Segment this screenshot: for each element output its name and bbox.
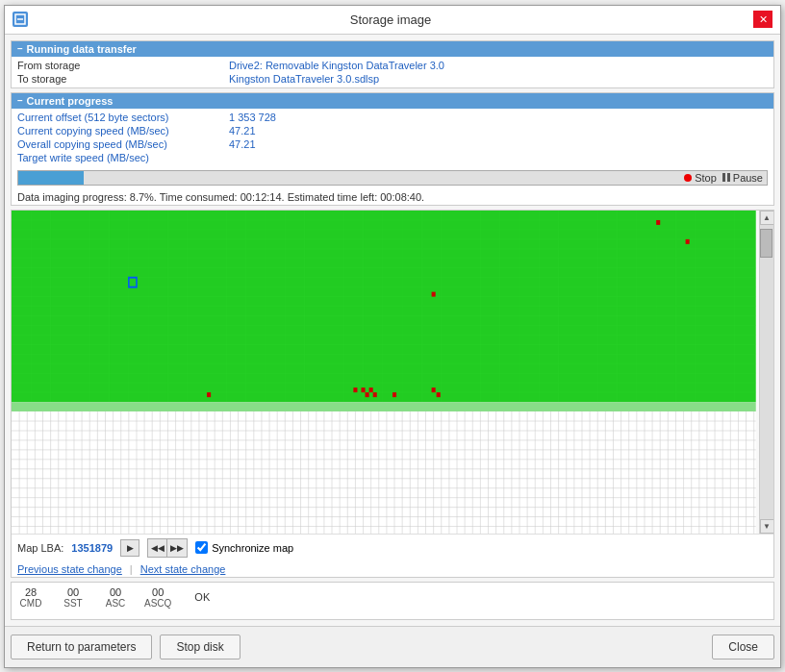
- state-change-row: Previous state change | Next state chang…: [12, 561, 773, 577]
- svg-rect-62: [366, 392, 369, 397]
- current-progress-body: Current offset (512 byte sectors) 1 353 …: [12, 109, 773, 166]
- map-scrollbar[interactable]: ▲ ▼: [759, 211, 773, 534]
- cmd-cell: 28 CMD: [17, 586, 44, 609]
- prev-nav-button[interactable]: ◀◀: [148, 539, 167, 557]
- overall-speed-label: Overall copying speed (MB/sec): [17, 138, 229, 150]
- main-window: Storage image ✕ – Running data transfer …: [4, 5, 781, 668]
- from-storage-label: From storage: [17, 60, 229, 71]
- copy-speed-row: Current copying speed (MB/sec) 47.21: [12, 124, 773, 137]
- running-transfer-title: Running data transfer: [27, 43, 137, 55]
- offset-row: Current offset (512 byte sectors) 1 353 …: [12, 111, 773, 124]
- map-footer: Map LBA: 1351879 ▶ ◀◀ ▶▶ Synchronize map: [12, 534, 773, 561]
- current-progress-header: – Current progress: [12, 93, 773, 109]
- next-nav-button[interactable]: ▶▶: [167, 539, 187, 557]
- svg-rect-73: [12, 411, 756, 534]
- svg-rect-68: [207, 392, 211, 397]
- progress-controls: Stop Pause: [684, 172, 763, 184]
- sync-map-label: Synchronize map: [212, 542, 293, 554]
- next-state-label[interactable]: Next state change: [140, 563, 226, 575]
- sst-label: SST: [63, 598, 82, 609]
- asc-label: ASC: [106, 598, 126, 609]
- diagnostics-section: 28 CMD 00 SST 00 ASC 00 ASCQ OK: [11, 582, 774, 620]
- svg-rect-69: [432, 291, 436, 296]
- write-speed-label: Target write speed (MB/sec): [17, 152, 229, 163]
- copy-speed-label: Current copying speed (MB/sec): [17, 125, 229, 137]
- sst-cell: 00 SST: [60, 586, 87, 609]
- current-progress-title: Current progress: [27, 95, 114, 107]
- write-speed-row: Target write speed (MB/sec): [12, 151, 773, 164]
- progress-status-text: Data imaging progress: 8.7%. Time consum…: [12, 189, 773, 205]
- svg-rect-67: [437, 392, 441, 397]
- to-storage-label: To storage: [17, 73, 229, 85]
- copy-speed-value: 47.21: [229, 125, 768, 137]
- sst-value: 00: [67, 586, 79, 598]
- nav-button-group: ◀◀ ▶▶: [147, 538, 188, 558]
- app-icon: [13, 12, 28, 27]
- map-lba-value: 1351879: [71, 542, 113, 554]
- play-button[interactable]: ▶: [120, 539, 139, 557]
- sync-map-checkbox[interactable]: [195, 541, 208, 554]
- window-title: Storage image: [28, 12, 753, 27]
- asc-cell: 00 ASC: [102, 586, 129, 609]
- svg-rect-61: [362, 387, 366, 392]
- svg-rect-70: [656, 219, 660, 224]
- map-section: ▲ ▼ Map LBA: 1351879 ▶ ◀◀ ▶▶ Syn: [11, 210, 774, 578]
- from-storage-row: From storage Drive2: Removable Kingston …: [12, 59, 773, 72]
- write-speed-value: [229, 152, 768, 163]
- progress-bar-container: Stop Pause: [17, 170, 768, 186]
- stop-button[interactable]: Stop: [684, 172, 717, 184]
- return-to-parameters-button[interactable]: Return to parameters: [11, 635, 152, 660]
- svg-rect-63: [369, 387, 373, 392]
- svg-rect-72: [12, 402, 756, 411]
- ascq-cell: 00 ASCQ: [144, 586, 171, 609]
- ascq-label: ASCQ: [144, 598, 171, 609]
- pause-label: Pause: [733, 172, 763, 184]
- map-visualization: [12, 211, 773, 534]
- close-window-button[interactable]: ✕: [753, 11, 772, 28]
- sync-map-control[interactable]: Synchronize map: [195, 541, 293, 554]
- collapse-progress-icon[interactable]: –: [17, 95, 23, 106]
- to-storage-row: To storage Kingston DataTraveler 3.0.sdl…: [12, 72, 773, 86]
- content-area: – Running data transfer From storage Dri…: [5, 35, 780, 626]
- cmd-label: CMD: [20, 598, 42, 609]
- scroll-up-button[interactable]: ▲: [760, 211, 774, 225]
- cmd-value: 28: [25, 586, 37, 598]
- pause-icon: [722, 173, 730, 182]
- running-transfer-header: – Running data transfer: [12, 41, 773, 57]
- map-canvas[interactable]: ▲ ▼: [12, 211, 773, 534]
- offset-label: Current offset (512 byte sectors): [17, 112, 229, 123]
- close-button[interactable]: Close: [712, 635, 774, 660]
- svg-rect-66: [432, 387, 436, 392]
- stop-icon: [684, 174, 692, 182]
- running-transfer-body: From storage Drive2: Removable Kingston …: [12, 57, 773, 87]
- bottom-bar: Return to parameters Stop disk Close: [5, 626, 780, 667]
- svg-rect-71: [686, 238, 690, 243]
- overall-speed-value: 47.21: [229, 138, 768, 150]
- diagnostics-row: 28 CMD 00 SST 00 ASC 00 ASCQ OK: [17, 586, 768, 609]
- progress-bar-fill: [18, 171, 84, 185]
- to-storage-value: Kingston DataTraveler 3.0.sdlsp: [229, 73, 768, 85]
- ascq-value: 00: [152, 586, 164, 598]
- overall-speed-row: Overall copying speed (MB/sec) 47.21: [12, 137, 773, 151]
- collapse-running-icon[interactable]: –: [17, 43, 23, 54]
- asc-value: 00: [110, 586, 121, 598]
- stop-label: Stop: [695, 172, 717, 184]
- prev-state-label[interactable]: Previous state change: [17, 563, 122, 575]
- offset-value: 1 353 728: [229, 112, 768, 123]
- svg-rect-65: [392, 392, 396, 397]
- running-transfer-section: – Running data transfer From storage Dri…: [11, 40, 774, 88]
- svg-rect-64: [373, 392, 377, 397]
- title-bar: Storage image ✕: [5, 6, 780, 35]
- pause-button[interactable]: Pause: [722, 172, 763, 184]
- diag-status: OK: [187, 591, 210, 603]
- scroll-down-button[interactable]: ▼: [760, 519, 774, 534]
- scroll-thumb[interactable]: [760, 229, 772, 258]
- from-storage-value: Drive2: Removable Kingston DataTraveler …: [229, 60, 768, 71]
- stop-disk-button[interactable]: Stop disk: [160, 635, 240, 660]
- map-lba-label: Map LBA:: [17, 542, 63, 554]
- current-progress-section: – Current progress Current offset (512 b…: [11, 92, 774, 206]
- svg-rect-60: [353, 387, 357, 392]
